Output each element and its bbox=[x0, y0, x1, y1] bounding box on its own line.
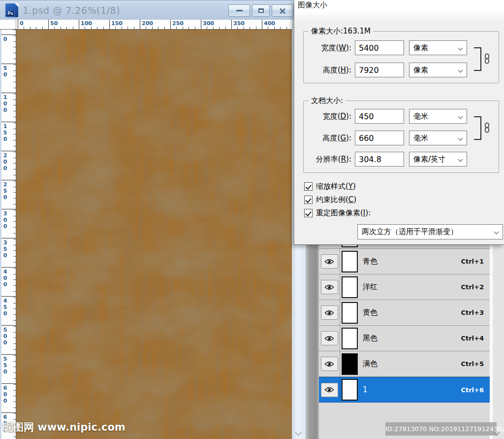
pixel-height-unit-dropdown[interactable]: 像素 bbox=[409, 63, 467, 77]
id-watermark: ID:27813070 NO:20191127191243626088 bbox=[385, 422, 497, 436]
resolution-row: 分辨率(R): 像素/英寸 bbox=[304, 151, 499, 167]
resolution-input[interactable] bbox=[355, 152, 404, 167]
ruler-minor-ticks bbox=[13, 30, 16, 439]
close-icon bbox=[279, 7, 286, 14]
constrain-link-bracket bbox=[474, 116, 481, 140]
channel-name: 黄色 bbox=[363, 308, 378, 317]
resolution-label: 分辨率(R): bbox=[304, 155, 355, 164]
eye-icon bbox=[324, 309, 334, 316]
doc-height-input[interactable] bbox=[355, 131, 404, 145]
pixel-width-unit-dropdown[interactable]: 像素 bbox=[409, 40, 467, 55]
restore-icon bbox=[258, 8, 264, 13]
channel-row-yellow[interactable]: 黄色 Ctrl+3 bbox=[319, 300, 490, 326]
doc-width-unit-dropdown[interactable]: 毫米 bbox=[409, 109, 467, 124]
checkbox-label: 约束比例(C) bbox=[316, 195, 356, 204]
horizontal-ruler[interactable]: 050100150200250300350400 bbox=[0, 20, 292, 30]
window-controls bbox=[228, 4, 293, 17]
channel-row-spot-1[interactable]: 1 Ctrl+6 bbox=[319, 377, 490, 403]
channel-thumbnail bbox=[342, 251, 358, 272]
checkbox-constrain-proportions[interactable]: 约束比例(C) bbox=[304, 194, 356, 205]
doc-width-input[interactable] bbox=[355, 109, 404, 124]
channel-thumbnail bbox=[342, 379, 358, 401]
eye-cell[interactable] bbox=[321, 357, 338, 371]
visibility-toggle[interactable] bbox=[319, 351, 340, 376]
eye-cell[interactable] bbox=[321, 280, 338, 294]
height-label: 高度(H): bbox=[304, 66, 355, 75]
eye-icon bbox=[324, 361, 334, 368]
dialog-title: 图像大小 bbox=[298, 0, 327, 10]
photoshop-workspace: 050100150200250300350400 050100150200250… bbox=[0, 0, 504, 439]
scroll-down-icon[interactable] bbox=[296, 431, 302, 435]
checkbox-resample-image[interactable]: 重定图像像素(I): bbox=[304, 207, 371, 219]
channel-row-black[interactable]: 黑色 Ctrl+4 bbox=[319, 326, 490, 351]
vertical-ruler[interactable]: 050100150200250300350400450500550600650 bbox=[0, 0, 16, 439]
psd-file-icon: Ps bbox=[5, 3, 18, 17]
pixel-height-input[interactable] bbox=[355, 63, 404, 77]
visibility-toggle[interactable] bbox=[319, 300, 340, 325]
channel-shortcut: Ctrl+3 bbox=[461, 309, 484, 316]
chevron-down-icon bbox=[495, 230, 499, 234]
chevron-down-icon bbox=[459, 136, 463, 140]
channel-shortcut: Ctrl+2 bbox=[461, 283, 484, 291]
resolution-unit-dropdown[interactable]: 像素/英寸 bbox=[409, 152, 467, 167]
checkbox-label: 重定图像像素(I): bbox=[316, 208, 371, 218]
doc-height-unit-dropdown[interactable]: 毫米 bbox=[409, 131, 467, 145]
pixel-size-legend: 像素大小:163.1M bbox=[309, 27, 373, 36]
chevron-down-icon bbox=[459, 46, 463, 50]
channel-row-partial[interactable] bbox=[319, 245, 490, 249]
height-label: 高度(G): bbox=[304, 134, 355, 143]
document-titlebar[interactable]: Ps 1.psd @ 7.26%(1/8) bbox=[0, 0, 319, 20]
channel-shortcut: Ctrl+6 bbox=[461, 386, 484, 394]
eye-cell[interactable] bbox=[321, 305, 338, 320]
width-label: 宽度(W): bbox=[304, 43, 355, 53]
wood-texture-image bbox=[16, 30, 292, 439]
channel-thumbnail bbox=[342, 302, 358, 324]
channel-thumbnail bbox=[342, 353, 358, 375]
channel-shortcut: Ctrl+1 bbox=[461, 258, 484, 265]
chain-link-icon bbox=[484, 53, 490, 64]
channel-name: 1 bbox=[363, 385, 368, 394]
ruler-corner bbox=[0, 20, 16, 30]
minimize-button[interactable] bbox=[228, 4, 250, 17]
checkbox-scale-styles[interactable]: 缩放样式(Y) bbox=[304, 180, 356, 192]
channel-row-magenta[interactable]: 洋红 Ctrl+2 bbox=[319, 274, 490, 300]
checkbox-checked-icon bbox=[304, 182, 313, 191]
visibility-toggle[interactable] bbox=[319, 249, 340, 274]
visibility-toggle[interactable] bbox=[319, 377, 340, 402]
channel-name: 满色 bbox=[363, 359, 378, 369]
chain-link-icon bbox=[484, 122, 490, 133]
channel-row-cyan[interactable]: 青色 Ctrl+1 bbox=[319, 249, 490, 274]
eye-cell[interactable] bbox=[321, 331, 338, 345]
eye-cell[interactable] bbox=[321, 254, 338, 269]
doc-height-row: 高度(G): 毫米 bbox=[304, 130, 499, 146]
channel-shortcut: Ctrl+5 bbox=[461, 360, 484, 368]
eye-icon bbox=[324, 386, 334, 393]
doc-width-row: 宽度(D): 毫米 bbox=[304, 108, 499, 124]
channel-name: 洋红 bbox=[363, 282, 378, 292]
document-title: 1.psd @ 7.26%(1/8) bbox=[23, 5, 120, 16]
unit-value: 像素 bbox=[410, 43, 428, 53]
visibility-toggle[interactable] bbox=[319, 274, 340, 300]
checkbox-checked-icon bbox=[304, 196, 313, 204]
resample-method-dropdown[interactable]: 两次立方（适用于平滑渐变） bbox=[357, 224, 503, 239]
canvas-wood-texture[interactable] bbox=[16, 30, 292, 439]
eye-icon bbox=[324, 258, 334, 265]
nipic-watermark: 昵图网 www.nipic.com bbox=[3, 420, 126, 434]
channel-row-full-color[interactable]: 满色 Ctrl+5 bbox=[319, 351, 490, 377]
visibility-toggle[interactable] bbox=[319, 326, 340, 351]
channel-name: 青色 bbox=[363, 257, 378, 266]
restore-button[interactable] bbox=[252, 4, 270, 17]
channel-thumbnail bbox=[342, 276, 358, 298]
document-size-legend: 文档大小: bbox=[309, 96, 346, 105]
width-label: 宽度(D): bbox=[304, 112, 355, 121]
resample-method-value: 两次立方（适用于平滑渐变） bbox=[358, 227, 458, 236]
ruler-minor-ticks bbox=[18, 27, 292, 29]
eye-icon bbox=[324, 284, 334, 291]
eye-cell[interactable] bbox=[321, 383, 338, 397]
chevron-down-icon bbox=[459, 158, 463, 162]
channel-name: 黑色 bbox=[363, 334, 378, 343]
close-button[interactable] bbox=[272, 4, 293, 17]
pixel-width-input[interactable] bbox=[355, 40, 404, 55]
ps-icon-label: Ps bbox=[6, 10, 15, 17]
eye-icon bbox=[324, 335, 334, 342]
